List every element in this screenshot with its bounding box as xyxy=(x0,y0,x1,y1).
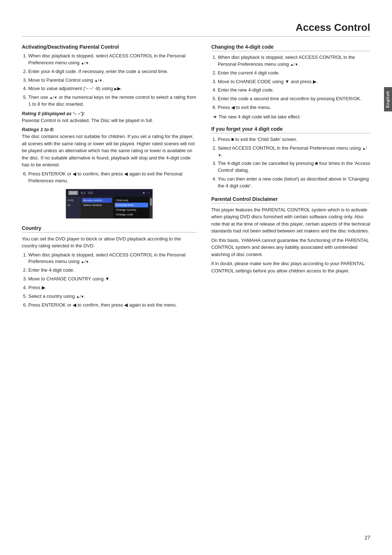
menu-icon-1: ● xyxy=(143,191,145,195)
dvd-menu-col2: Child lock Parental level Change country… xyxy=(113,197,150,218)
list-item: When disc playback is stopped, select AC… xyxy=(28,252,197,266)
menu-change-country: Change country xyxy=(115,207,148,212)
sidebar-dvd: DVD xyxy=(67,198,80,203)
list-item: Press ◀ to exit the menu. xyxy=(218,104,370,111)
disclaimer-para3: If in doubt, please make sure the disc p… xyxy=(211,260,370,274)
section-change-code-title: Changing the 4-digit code xyxy=(211,44,370,51)
dvd-menu-top-bar: DVD 5.1 CC ● → xyxy=(66,189,152,197)
left-column: Activating/Deactivating Parental Control… xyxy=(22,44,197,312)
list-item: Enter the current 4 digit code. xyxy=(218,70,370,77)
list-item: When disc playback is stopped, select AC… xyxy=(218,54,370,68)
arrow-icon: ➜ xyxy=(213,114,217,119)
list-item: Move to Parental Control using ▲/▼. xyxy=(28,77,197,84)
country-intro: You can set the DVD player to block or a… xyxy=(22,235,197,250)
section-forget-code-title: If you forget your 4 digit code xyxy=(211,126,370,133)
menu-child-lock: Child lock xyxy=(115,198,148,203)
section-country-title: Country xyxy=(22,225,197,232)
list-item: Select ACCESS CONTROL in the Personal Pr… xyxy=(218,145,370,159)
list-item: Press ENTER/OK or ◀ to confirm, then pre… xyxy=(28,302,197,309)
menu-icon-2: → xyxy=(147,191,150,195)
dvd-menu-body: DVD AL Access control Status window Chil… xyxy=(66,197,152,218)
arrow-note-text: The new 4 digit code will be take effect… xyxy=(219,114,301,119)
rating0-text: Parental Control is not activated. The D… xyxy=(22,117,197,124)
list-item: Press ▶. xyxy=(28,284,197,291)
dvd-menu-col1: Access control Status window xyxy=(81,197,113,218)
menu-cc: CC xyxy=(88,191,93,195)
country-steps: When disc playback is stopped, select AC… xyxy=(22,252,197,309)
list-item: Move to CHANGE CODE using ▼ and press ▶. xyxy=(218,78,370,85)
list-item: Press ■ to exit the 'Child Safe' screen. xyxy=(218,136,370,143)
disclaimer-para1: This player features the PARENTAL CONTRO… xyxy=(211,206,370,235)
list-item: Enter the code a second time and reconfi… xyxy=(218,96,370,102)
page-title: Access Control xyxy=(22,22,370,37)
dvd-menu-screenshot: DVD 5.1 CC ● → DVD AL Access con xyxy=(66,189,153,219)
menu-icons: ● → xyxy=(143,191,150,195)
list-item: You can then enter a new code (twice!) a… xyxy=(218,176,370,190)
change-code-steps: When disc playback is stopped, select AC… xyxy=(211,54,370,111)
list-item: Press ENTER/OK or ◀ to confirm, then pre… xyxy=(28,171,197,185)
section-country: Country You can set the DVD player to bl… xyxy=(22,225,197,309)
change-code-arrow-note: ➜ The new 4 digit code will be take effe… xyxy=(213,114,370,119)
dvd-icon: DVD xyxy=(68,191,78,195)
list-item: Move to CHANGE COUNTRY using ▼. xyxy=(28,276,197,283)
menu-parental-level: Parental level xyxy=(115,203,148,207)
sidebar-al: AL xyxy=(67,203,80,207)
page-container: English Access Control Activating/Deacti… xyxy=(0,0,392,555)
list-item: Select a country using ▲/▼. xyxy=(28,293,197,300)
section-change-code: Changing the 4-digit code When disc play… xyxy=(211,44,370,119)
section-activating-step6: Press ENTER/OK or ◀ to confirm, then pre… xyxy=(22,171,197,185)
list-item: When disc playback is stopped, select AC… xyxy=(28,53,197,66)
list-item: The 4-digit code can be cancelled by pre… xyxy=(218,160,370,174)
ratings-text: The disc contains scenes not suitable fo… xyxy=(22,133,197,169)
rating0-label: Rating 0 (displayed as '– –'): xyxy=(22,111,197,116)
section-disclaimer-title: Parental Control Disclaimer xyxy=(211,196,370,203)
dvd-menu-scrollbar xyxy=(150,197,152,218)
section-forget-code: If you forget your 4 digit code Press ■ … xyxy=(211,126,370,190)
list-item: Then use ▲/▼ or the numerical keys on th… xyxy=(28,94,197,108)
dvd-menu-sidebar: DVD AL xyxy=(66,197,81,218)
list-item: Move to value adjustment ('– –' -8) usin… xyxy=(28,85,197,92)
section-disclaimer: Parental Control Disclaimer This player … xyxy=(211,196,370,275)
right-column: Changing the 4-digit code When disc play… xyxy=(211,44,370,312)
scrollbar-handle xyxy=(150,198,152,206)
section-activating: Activating/Deactivating Parental Control… xyxy=(22,44,197,185)
menu-change-code: Change code xyxy=(115,212,148,217)
menu-dots: 5.1 xyxy=(81,191,86,195)
list-item: Enter the new 4-digit code. xyxy=(218,87,370,94)
forget-code-steps: Press ■ to exit the 'Child Safe' screen.… xyxy=(211,136,370,190)
ratings-label: Ratings 1 to 8: xyxy=(22,127,197,132)
page-number: 27 xyxy=(364,535,370,540)
list-item: Enter the 4-digit code. xyxy=(28,267,197,274)
menu-access-control: Access control xyxy=(82,198,112,203)
menu-status-window: Status window xyxy=(82,203,112,207)
disclaimer-para2: On this basis, YAMAHA cannot guarantee t… xyxy=(211,237,370,258)
section-activating-steps: When disc playback is stopped, select AC… xyxy=(22,53,197,108)
section-activating-title: Activating/Deactivating Parental Control xyxy=(22,44,197,50)
list-item: Enter your 4-digit code. If necessary, e… xyxy=(28,68,197,75)
two-column-layout: Activating/Deactivating Parental Control… xyxy=(22,44,370,312)
english-tab: English xyxy=(384,87,392,112)
dvd-menu-main: Access control Status window Child lock … xyxy=(81,197,152,218)
